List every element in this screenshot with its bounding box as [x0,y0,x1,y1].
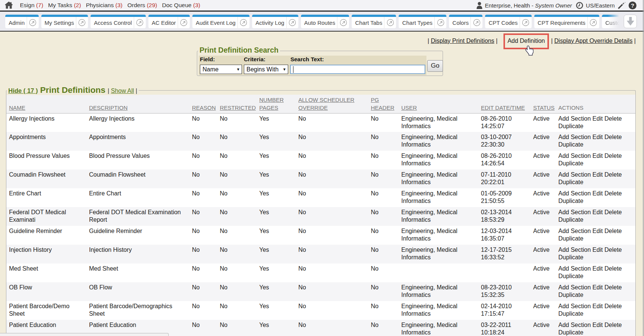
svg-text:?: ? [631,2,634,9]
